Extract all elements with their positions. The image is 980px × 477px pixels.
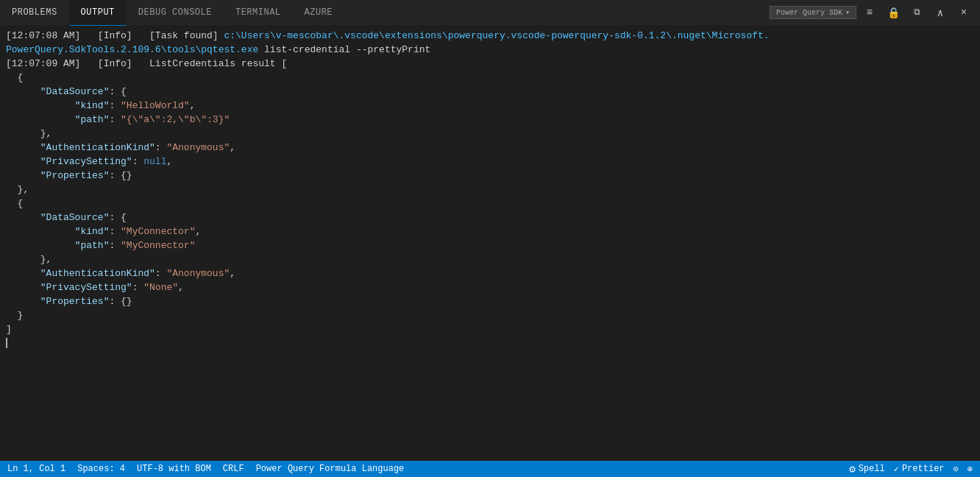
cursor-position[interactable]: Ln 1, Col 1 [7, 464, 65, 474]
panel-header-right: Power Query SDK ▾ ≡ 🔒 ⧉ ∧ × [770, 2, 980, 23]
output-line: "AuthenticationKind": "Anonymous", [0, 266, 980, 280]
collapse-icon-btn[interactable]: ∧ [930, 2, 951, 23]
output-line: { [0, 197, 980, 211]
sdk-dropdown-label: Power Query SDK [776, 9, 842, 17]
prettier-icon: ✓ [894, 464, 899, 475]
dropdown-arrow-icon: ▾ [845, 8, 850, 17]
output-line: "DataSource": { [0, 85, 980, 99]
output-line: [12:07:08 AM] [Info] [Task found] c:\Use… [0, 29, 980, 43]
copy-icon-btn[interactable]: ⧉ [906, 2, 927, 23]
status-right: ⚙ Spell ✓ Prettier ⊙ ⊕ [849, 463, 973, 476]
text-cursor [6, 338, 7, 348]
output-line: ] [0, 322, 980, 336]
prettier-label: Prettier [902, 464, 945, 474]
lock-icon: 🔒 [887, 7, 900, 19]
status-bar: Ln 1, Col 1 Spaces: 4 UTF-8 with BOM CRL… [0, 461, 980, 477]
spell-label: Spell [859, 464, 885, 474]
output-line: "PrivacySetting": "None", [0, 280, 980, 294]
output-line: }, [0, 252, 980, 266]
output-line: }, [0, 127, 980, 141]
line-ending[interactable]: CRLF [223, 464, 244, 474]
output-line: "path": "MyConnector" [0, 239, 980, 252]
output-line: "PrivacySetting": null, [0, 155, 980, 169]
output-line: [12:07:09 AM] [Info] ListCredentials res… [0, 57, 980, 71]
tab-terminal[interactable]: TERMINAL [224, 0, 293, 26]
lock-icon-btn[interactable]: 🔒 [883, 2, 903, 23]
notification-icon-btn[interactable]: ⊙ [954, 464, 959, 475]
encoding[interactable]: UTF-8 with BOM [137, 464, 211, 474]
tab-debug-console[interactable]: DEBUG CONSOLE [127, 0, 224, 26]
close-icon-btn[interactable]: × [954, 2, 974, 23]
output-line: } [0, 308, 980, 322]
broadcast-icon: ⊕ [967, 464, 973, 475]
close-icon: × [961, 7, 967, 18]
output-line: "Properties": {} [0, 294, 980, 308]
output-line: "Properties": {} [0, 169, 980, 183]
output-line: "path": "{\"a\":2,\"b\":3}" [0, 113, 980, 127]
tab-output[interactable]: OUTPUT [69, 0, 127, 26]
tab-problems[interactable]: PROBLEMS [0, 0, 69, 26]
chevron-up-icon: ∧ [937, 7, 943, 19]
spaces-setting[interactable]: Spaces: 4 [77, 464, 125, 474]
sdk-dropdown[interactable]: Power Query SDK ▾ [770, 6, 856, 19]
menu-icon: ≡ [867, 7, 873, 18]
output-line: "AuthenticationKind": "Anonymous", [0, 141, 980, 155]
status-left: Ln 1, Col 1 Spaces: 4 UTF-8 with BOM CRL… [7, 464, 404, 474]
output-line: "kind": "MyConnector", [0, 225, 980, 239]
spell-check[interactable]: ⚙ Spell [849, 463, 884, 476]
output-area[interactable]: [12:07:08 AM] [Info] [Task found] c:\Use… [0, 26, 980, 461]
notification-icon: ⊙ [954, 464, 959, 475]
broadcast-icon-btn[interactable]: ⊕ [967, 464, 973, 475]
output-line: { [0, 71, 980, 85]
output-line: "kind": "HelloWorld", [0, 99, 980, 113]
language-mode[interactable]: Power Query Formula Language [256, 464, 405, 474]
menu-icon-btn[interactable]: ≡ [859, 2, 880, 23]
prettier[interactable]: ✓ Prettier [894, 464, 945, 475]
output-line: "DataSource": { [0, 211, 980, 225]
copy-icon: ⧉ [914, 7, 920, 18]
tab-azure[interactable]: AZURE [293, 0, 345, 26]
tab-bar: PROBLEMS OUTPUT DEBUG CONSOLE TERMINAL A… [0, 0, 980, 26]
output-line [0, 336, 980, 350]
spell-icon: ⚙ [849, 463, 855, 476]
output-line: }, [0, 183, 980, 197]
output-line: PowerQuery.SdkTools.2.109.6\tools\pqtest… [0, 43, 980, 57]
